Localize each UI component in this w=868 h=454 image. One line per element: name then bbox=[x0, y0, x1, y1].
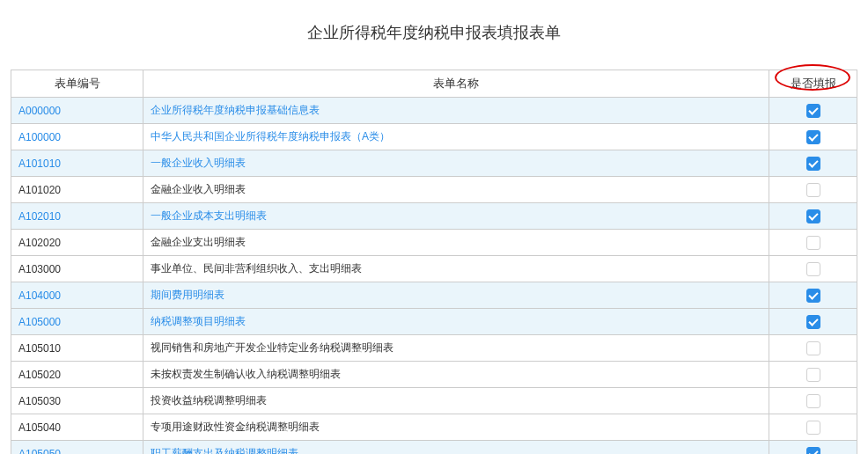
cell-name[interactable]: 纳税调整项目明细表 bbox=[143, 309, 769, 335]
cell-name: 未按权责发生制确认收入纳税调整明细表 bbox=[143, 362, 769, 388]
cell-check bbox=[769, 388, 857, 414]
table-row: A105020未按权责发生制确认收入纳税调整明细表 bbox=[11, 362, 857, 388]
table-row: A105050职工薪酬支出及纳税调整明细表 bbox=[11, 441, 857, 455]
cell-code: A105040 bbox=[11, 414, 143, 441]
cell-name: 专项用途财政性资金纳税调整明细表 bbox=[143, 414, 769, 441]
cell-code[interactable]: A102010 bbox=[11, 203, 143, 230]
table-row: A103000事业单位、民间非营利组织收入、支出明细表 bbox=[11, 256, 857, 282]
cell-code[interactable]: A104000 bbox=[11, 282, 143, 309]
cell-check bbox=[769, 441, 857, 455]
cell-code: A102020 bbox=[11, 230, 143, 256]
checkbox[interactable] bbox=[806, 315, 820, 329]
cell-code[interactable]: A000000 bbox=[11, 98, 143, 124]
checkbox[interactable] bbox=[806, 157, 820, 171]
checkbox[interactable] bbox=[806, 341, 820, 355]
cell-code: A101020 bbox=[11, 177, 143, 203]
cell-check bbox=[769, 309, 857, 335]
cell-name[interactable]: 期间费用明细表 bbox=[143, 282, 769, 309]
cell-name[interactable]: 一般企业成本支出明细表 bbox=[143, 203, 769, 230]
cell-name[interactable]: 企业所得税年度纳税申报基础信息表 bbox=[143, 98, 769, 124]
page-title: 企业所得税年度纳税申报表填报表单 bbox=[0, 0, 868, 70]
table-row: A101010一般企业收入明细表 bbox=[11, 150, 857, 177]
table-row: A102020金融企业支出明细表 bbox=[11, 230, 857, 256]
cell-check bbox=[769, 362, 857, 388]
cell-name: 视同销售和房地产开发企业特定业务纳税调整明细表 bbox=[143, 335, 769, 362]
cell-code[interactable]: A101010 bbox=[11, 150, 143, 177]
cell-name[interactable]: 职工薪酬支出及纳税调整明细表 bbox=[143, 441, 769, 455]
cell-name: 金融企业收入明细表 bbox=[143, 177, 769, 203]
cell-code: A103000 bbox=[11, 256, 143, 282]
cell-name: 事业单位、民间非营利组织收入、支出明细表 bbox=[143, 256, 769, 282]
cell-check bbox=[769, 177, 857, 203]
cell-check bbox=[769, 282, 857, 309]
table-row: A105040专项用途财政性资金纳税调整明细表 bbox=[11, 414, 857, 441]
cell-check bbox=[769, 414, 857, 441]
checkbox[interactable] bbox=[806, 394, 820, 408]
cell-check bbox=[769, 98, 857, 124]
checkbox[interactable] bbox=[806, 262, 820, 276]
checkbox[interactable] bbox=[806, 447, 820, 455]
table-row: A101020金融企业收入明细表 bbox=[11, 177, 857, 203]
cell-code[interactable]: A100000 bbox=[11, 124, 143, 150]
checkbox[interactable] bbox=[806, 289, 820, 303]
cell-check bbox=[769, 124, 857, 150]
cell-check bbox=[769, 335, 857, 362]
checkbox[interactable] bbox=[806, 130, 820, 144]
checkbox[interactable] bbox=[806, 368, 820, 382]
cell-code[interactable]: A105050 bbox=[11, 441, 143, 455]
header-fill: 是否填报 bbox=[769, 70, 857, 98]
cell-code: A105010 bbox=[11, 335, 143, 362]
checkbox[interactable] bbox=[806, 183, 820, 197]
table-row: A105030投资收益纳税调整明细表 bbox=[11, 388, 857, 414]
cell-check bbox=[769, 230, 857, 256]
header-code: 表单编号 bbox=[11, 70, 143, 98]
cell-name: 投资收益纳税调整明细表 bbox=[143, 388, 769, 414]
table-row: A105010视同销售和房地产开发企业特定业务纳税调整明细表 bbox=[11, 335, 857, 362]
cell-check bbox=[769, 256, 857, 282]
table-row: A000000企业所得税年度纳税申报基础信息表 bbox=[11, 98, 857, 124]
table-row: A104000期间费用明细表 bbox=[11, 282, 857, 309]
cell-name[interactable]: 中华人民共和国企业所得税年度纳税申报表（A类） bbox=[143, 124, 769, 150]
checkbox[interactable] bbox=[806, 236, 820, 250]
cell-name: 金融企业支出明细表 bbox=[143, 230, 769, 256]
checkbox[interactable] bbox=[806, 421, 820, 435]
table-row: A105000纳税调整项目明细表 bbox=[11, 309, 857, 335]
cell-code: A105030 bbox=[11, 388, 143, 414]
cell-code[interactable]: A105000 bbox=[11, 309, 143, 335]
checkbox[interactable] bbox=[806, 104, 820, 118]
cell-check bbox=[769, 203, 857, 230]
cell-name[interactable]: 一般企业收入明细表 bbox=[143, 150, 769, 177]
header-name: 表单名称 bbox=[143, 70, 769, 98]
checkbox[interactable] bbox=[806, 209, 820, 223]
cell-check bbox=[769, 150, 857, 177]
table-row: A102010一般企业成本支出明细表 bbox=[11, 203, 857, 230]
table-row: A100000中华人民共和国企业所得税年度纳税申报表（A类） bbox=[11, 124, 857, 150]
form-table: 表单编号 表单名称 是否填报 A000000企业所得税年度纳税申报基础信息表A1… bbox=[11, 70, 857, 454]
cell-code: A105020 bbox=[11, 362, 143, 388]
